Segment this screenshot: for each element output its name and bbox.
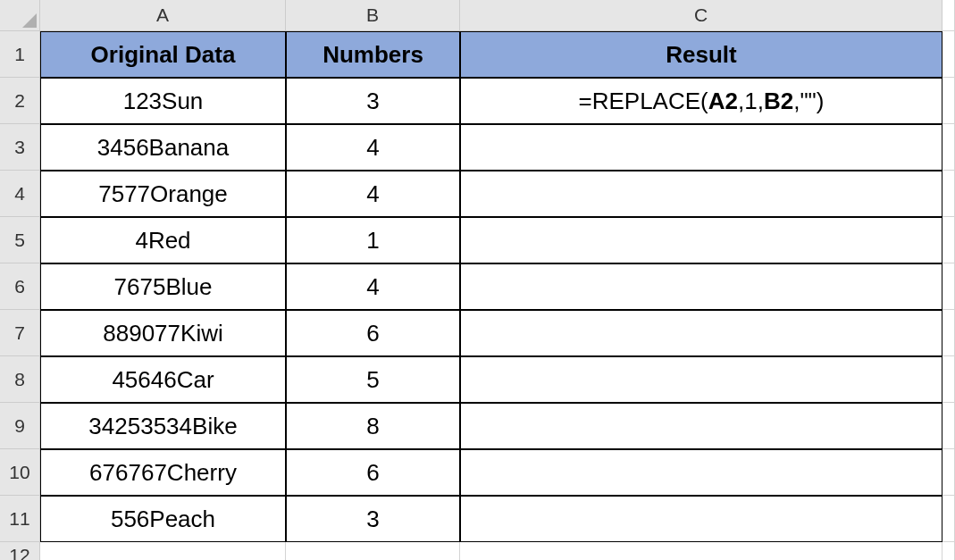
- select-all-corner[interactable]: [0, 0, 40, 31]
- spreadsheet-grid: A B C 1 Original Data Numbers Result 2 1…: [0, 0, 955, 560]
- row-header-2[interactable]: 2: [0, 78, 40, 124]
- row-header-7[interactable]: 7: [0, 310, 40, 356]
- cell-B6[interactable]: 4: [286, 263, 460, 310]
- cell-A11[interactable]: 556Peach: [40, 496, 286, 542]
- cell-B12[interactable]: [286, 542, 460, 560]
- cell-B5[interactable]: 1: [286, 217, 460, 263]
- cell-B1[interactable]: Numbers: [286, 31, 460, 78]
- cell-B4[interactable]: 4: [286, 171, 460, 217]
- cell-A10[interactable]: 676767Cherry: [40, 449, 286, 496]
- cell-A4[interactable]: 7577Orange: [40, 171, 286, 217]
- cell-C12[interactable]: [460, 542, 942, 560]
- row-header-1[interactable]: 1: [0, 31, 40, 78]
- formula-text: =REPLACE(A2,1,B2,""): [579, 88, 825, 115]
- cell-C10[interactable]: [460, 449, 942, 496]
- col-header-A[interactable]: A: [40, 0, 286, 31]
- row-header-4[interactable]: 4: [0, 171, 40, 217]
- cell-B8[interactable]: 5: [286, 356, 460, 403]
- cell-D10[interactable]: [942, 449, 955, 496]
- cell-D4[interactable]: [942, 171, 955, 217]
- cell-A6[interactable]: 7675Blue: [40, 263, 286, 310]
- row-header-12[interactable]: 12: [0, 542, 40, 560]
- cell-C1[interactable]: Result: [460, 31, 942, 78]
- cell-D8[interactable]: [942, 356, 955, 403]
- col-header-C[interactable]: C: [460, 0, 942, 31]
- col-header-empty: [942, 0, 955, 31]
- cell-D3[interactable]: [942, 124, 955, 171]
- cell-C8[interactable]: [460, 356, 942, 403]
- cell-A5[interactable]: 4Red: [40, 217, 286, 263]
- row-header-9[interactable]: 9: [0, 403, 40, 449]
- cell-B11[interactable]: 3: [286, 496, 460, 542]
- cell-A3[interactable]: 3456Banana: [40, 124, 286, 171]
- cell-A12[interactable]: [40, 542, 286, 560]
- cell-D9[interactable]: [942, 403, 955, 449]
- cell-C9[interactable]: [460, 403, 942, 449]
- cell-C7[interactable]: [460, 310, 942, 356]
- cell-C3[interactable]: [460, 124, 942, 171]
- cell-B10[interactable]: 6: [286, 449, 460, 496]
- cell-B9[interactable]: 8: [286, 403, 460, 449]
- cell-D5[interactable]: [942, 217, 955, 263]
- row-header-5[interactable]: 5: [0, 217, 40, 263]
- cell-B2[interactable]: 3: [286, 78, 460, 124]
- cell-A7[interactable]: 889077Kiwi: [40, 310, 286, 356]
- cell-B7[interactable]: 6: [286, 310, 460, 356]
- row-header-10[interactable]: 10: [0, 449, 40, 496]
- row-header-11[interactable]: 11: [0, 496, 40, 542]
- cell-D7[interactable]: [942, 310, 955, 356]
- cell-A1[interactable]: Original Data: [40, 31, 286, 78]
- select-all-icon: [22, 13, 37, 28]
- cell-A8[interactable]: 45646Car: [40, 356, 286, 403]
- cell-D11[interactable]: [942, 496, 955, 542]
- cell-C4[interactable]: [460, 171, 942, 217]
- row-header-8[interactable]: 8: [0, 356, 40, 403]
- cell-D2[interactable]: [942, 78, 955, 124]
- cell-A2[interactable]: 123Sun: [40, 78, 286, 124]
- cell-A9[interactable]: 34253534Bike: [40, 403, 286, 449]
- cell-B3[interactable]: 4: [286, 124, 460, 171]
- cell-D1[interactable]: [942, 31, 955, 78]
- col-header-B[interactable]: B: [286, 0, 460, 31]
- cell-C2[interactable]: =REPLACE(A2,1,B2,""): [460, 78, 942, 124]
- row-header-6[interactable]: 6: [0, 263, 40, 310]
- row-header-3[interactable]: 3: [0, 124, 40, 171]
- cell-C5[interactable]: [460, 217, 942, 263]
- cell-C11[interactable]: [460, 496, 942, 542]
- cell-C6[interactable]: [460, 263, 942, 310]
- cell-D12[interactable]: [942, 542, 955, 560]
- cell-D6[interactable]: [942, 263, 955, 310]
